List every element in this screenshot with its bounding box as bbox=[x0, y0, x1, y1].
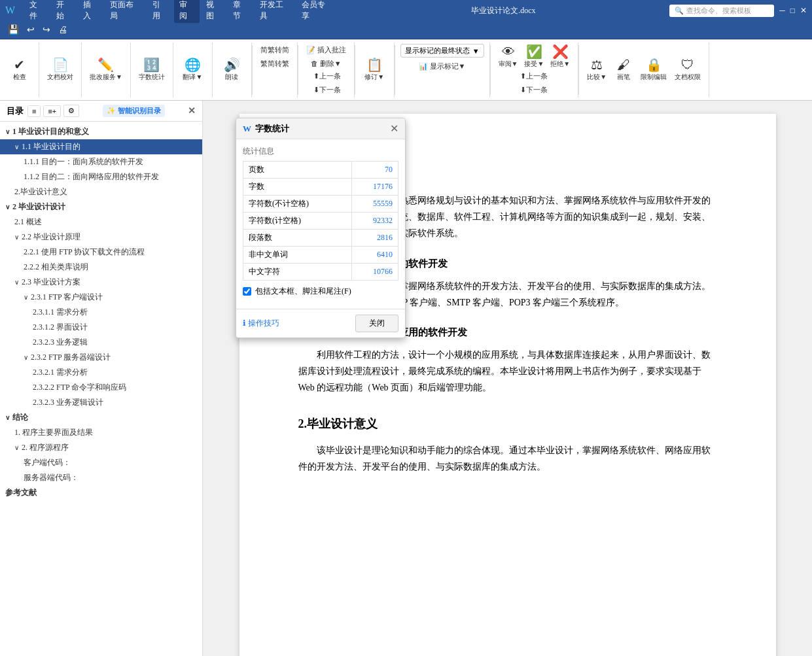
undo-btn[interactable]: ↩ bbox=[24, 23, 37, 37]
toc-item-label: 2.毕业设计意义 bbox=[14, 186, 67, 198]
menu-insert[interactable]: 插入 bbox=[78, 0, 103, 23]
print-btn[interactable]: 🖨 bbox=[56, 24, 70, 37]
translate-btn[interactable]: 🌐 翻译▼ bbox=[180, 57, 205, 83]
dropdown-arrow-icon: ▼ bbox=[472, 47, 480, 55]
prev-change-btn[interactable]: ⬆上一条 bbox=[518, 70, 550, 82]
markup-state-dropdown[interactable]: 显示标记的最终状态 ▼ bbox=[400, 44, 484, 58]
menu-file[interactable]: 文件 bbox=[24, 0, 50, 23]
menu-review[interactable]: 审阅 bbox=[174, 0, 200, 23]
brush-btn[interactable]: 🖌 画笔 bbox=[612, 57, 635, 83]
menu-vip[interactable]: 会员专享 bbox=[296, 0, 337, 23]
ribbon-group-check: ✔ 检查 bbox=[0, 43, 39, 97]
read-icon: 🔊 bbox=[224, 58, 240, 71]
toc-item[interactable]: 2.2.2 相关类库说明 bbox=[0, 260, 202, 275]
proofread-btn[interactable]: 📄 文档校对 bbox=[44, 57, 76, 83]
toc-item[interactable]: ∨1 毕业设计目的和意义 bbox=[0, 124, 202, 139]
toc-item[interactable]: 2.1 概述 bbox=[0, 215, 202, 230]
track-changes-btn[interactable]: 📋 修订▼ bbox=[362, 57, 387, 83]
toc-item[interactable]: 参考文献 bbox=[0, 485, 202, 500]
ai-toc-btn[interactable]: ✨ 智能识别目录 bbox=[103, 105, 165, 117]
toc-item[interactable]: 2.3.2.2 FTP 命令字和响应码 bbox=[0, 380, 202, 395]
toc-item[interactable]: 1.1.1 目的一：面向系统的软件开发 bbox=[0, 154, 202, 169]
read-aloud-btn[interactable]: 🔊 朗读 bbox=[220, 57, 243, 83]
minimize-btn[interactable]: ─ bbox=[779, 6, 785, 16]
tip-btn[interactable]: ℹ 操作技巧 bbox=[243, 318, 279, 329]
toc-item[interactable]: ∨2.3.2 FTP 服务器端设计 bbox=[0, 350, 202, 365]
restrict-btn[interactable]: 🔒 限制编辑 bbox=[638, 57, 669, 83]
menu-start[interactable]: 开始 bbox=[51, 0, 77, 23]
toc-item[interactable]: ∨2.3.1 FTP 客户端设计 bbox=[0, 290, 202, 305]
menu-layout[interactable]: 页面布局 bbox=[105, 0, 145, 23]
toc-item[interactable]: 2.3.1.1 需求分析 bbox=[0, 305, 202, 320]
toc-item[interactable]: 2.2.1 使用 FTP 协议下载文件的流程 bbox=[0, 245, 202, 260]
toc-item[interactable]: ∨1.1 毕业设计目的 bbox=[0, 139, 202, 154]
fan-to-jian-btn[interactable]: 繁简转繁 bbox=[258, 58, 292, 70]
toc-arrow-icon: ∨ bbox=[5, 203, 10, 211]
toc-item-label: 1.1 毕业设计目的 bbox=[22, 141, 80, 152]
toc-item-label: 结论 bbox=[12, 412, 28, 423]
toc-item[interactable]: ∨2.3 毕业设计方案 bbox=[0, 275, 202, 290]
ribbon-content: ✔ 检查 📄 文档校对 ✏️ 批改服务▼ bbox=[0, 40, 812, 100]
insert-comment-btn[interactable]: 📝 插入批注 bbox=[304, 44, 349, 56]
correction-btn[interactable]: ✏️ 批改服务▼ bbox=[87, 57, 125, 83]
toc-item[interactable]: ∨2. 程序源程序 bbox=[0, 440, 202, 455]
toc-item-label: 1.1.2 目的二：面向网络应用的软件开发 bbox=[24, 171, 159, 182]
menu-reference[interactable]: 引用 bbox=[147, 0, 173, 23]
include-textbox-checkbox[interactable] bbox=[243, 287, 251, 296]
correction-icon: ✏️ bbox=[97, 58, 114, 71]
wc-table-row: 页数70 bbox=[243, 162, 398, 179]
wc-label: 中文字符 bbox=[243, 264, 352, 281]
toc-item[interactable]: 2.毕业设计意义 bbox=[0, 184, 202, 199]
translate-icon: 🌐 bbox=[185, 58, 201, 71]
doc-permission-btn[interactable]: 🛡 文档权限 bbox=[672, 57, 703, 83]
dialog-title: 字数统计 bbox=[255, 123, 390, 135]
next-change-btn[interactable]: ⬇下一条 bbox=[518, 84, 550, 96]
toc-item[interactable]: 2.3.1.2 界面设计 bbox=[0, 320, 202, 335]
wordcount-btn[interactable]: 🔢 字数统计 bbox=[136, 57, 168, 83]
toc-item[interactable]: 2.3.2.1 需求分析 bbox=[0, 365, 202, 380]
wc-value: 92332 bbox=[351, 213, 398, 230]
ribbon-group-proofread: 📄 文档校对 bbox=[39, 43, 82, 97]
show-markup-btn[interactable]: 📊 显示标记▼ bbox=[416, 60, 468, 73]
ribbon-group-track: 📋 修订▼ bbox=[355, 43, 395, 97]
save-btn[interactable]: 💾 bbox=[5, 23, 22, 37]
review-btn[interactable]: 👁 审阅▼ bbox=[496, 44, 521, 70]
stats-label: 统计信息 bbox=[243, 146, 398, 157]
wordcount-icon: 🔢 bbox=[143, 58, 160, 71]
toc-item[interactable]: 1. 程序主要界面及结果 bbox=[0, 425, 202, 440]
toc-item[interactable]: 1.1.2 目的二：面向网络应用的软件开发 bbox=[0, 169, 202, 184]
delete-comment-btn[interactable]: 🗑 删除▼ bbox=[308, 58, 344, 70]
menu-view[interactable]: 视图 bbox=[201, 0, 226, 23]
toc-item[interactable]: 服务器端代码： bbox=[0, 470, 202, 485]
dialog-body: 统计信息 页数70字数17176字符数(不计空格)55559字符数(计空格)92… bbox=[236, 139, 405, 309]
wc-value: 70 bbox=[351, 162, 398, 179]
next-comment-btn[interactable]: ⬇下一条 bbox=[311, 84, 344, 96]
check-btn[interactable]: ✔ 检查 bbox=[8, 57, 31, 83]
expand-all-btn[interactable]: ≡+ bbox=[43, 105, 61, 117]
toc-item[interactable]: ∨2.2 毕业设计原理 bbox=[0, 230, 202, 245]
toc-item[interactable]: 客户端代码： bbox=[0, 455, 202, 470]
reject-btn[interactable]: ❌ 拒绝▼ bbox=[548, 44, 573, 70]
toc-item-label: 2.3.2.3 业务逻辑 bbox=[33, 337, 88, 348]
toc-arrow-icon: ∨ bbox=[24, 294, 28, 301]
toc-item[interactable]: ∨结论 bbox=[0, 410, 202, 425]
toc-item[interactable]: 2.3.2.3 业务逻辑 bbox=[0, 335, 202, 350]
toc-item[interactable]: ∨2 毕业设计设计 bbox=[0, 199, 202, 215]
sidebar-close-btn[interactable]: ✕ bbox=[188, 105, 196, 116]
toc-item[interactable]: 2.3.2.3 业务逻辑设计 bbox=[0, 395, 202, 410]
menu-chapter[interactable]: 章节 bbox=[228, 0, 253, 23]
compare-btn[interactable]: ⚖ 比较▼ bbox=[584, 57, 609, 83]
dialog-close-btn[interactable]: ✕ bbox=[390, 122, 398, 135]
close-btn[interactable]: ✕ bbox=[800, 6, 807, 16]
redo-btn[interactable]: ↪ bbox=[40, 23, 53, 37]
menu-dev[interactable]: 开发工具 bbox=[255, 0, 295, 23]
collapse-all-btn[interactable]: ≡ bbox=[27, 105, 41, 117]
search-bar[interactable]: 🔍 查找命令、搜索模板 bbox=[669, 5, 774, 17]
accept-btn[interactable]: ✅ 接受▼ bbox=[521, 44, 546, 70]
ribbon-group-correction: ✏️ 批改服务▼ bbox=[82, 43, 131, 97]
dialog-close-button[interactable]: 关闭 bbox=[355, 315, 398, 332]
prev-comment-btn[interactable]: ⬆上一条 bbox=[311, 70, 344, 82]
jian-to-fan-btn[interactable]: 简繁转简 bbox=[258, 44, 292, 56]
maximize-btn[interactable]: □ bbox=[790, 6, 795, 16]
toc-settings-btn[interactable]: ⚙ bbox=[63, 105, 79, 117]
